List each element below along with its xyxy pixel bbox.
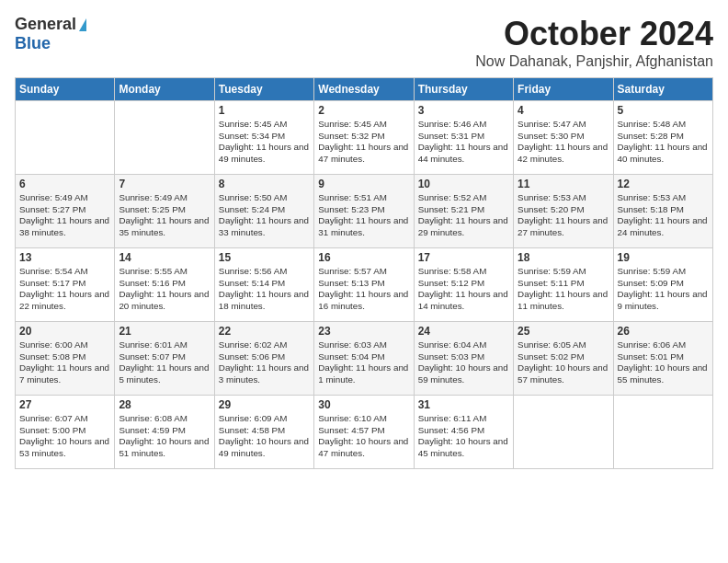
daylight-text: Daylight: 11 hours and 24 minutes. (618, 215, 708, 237)
calendar-cell: 22Sunrise: 6:02 AMSunset: 5:06 PMDayligh… (214, 322, 313, 396)
cell-content: Sunrise: 5:45 AMSunset: 5:34 PMDaylight:… (219, 119, 310, 166)
calendar-cell: 4Sunrise: 5:47 AMSunset: 5:30 PMDaylight… (514, 101, 613, 175)
calendar-week-row: 6Sunrise: 5:49 AMSunset: 5:27 PMDaylight… (16, 175, 713, 248)
day-number: 17 (418, 251, 509, 264)
day-number: 27 (19, 398, 110, 411)
calendar-week-row: 27Sunrise: 6:07 AMSunset: 5:00 PMDayligh… (16, 396, 713, 469)
sunrise-text: Sunrise: 5:47 AM (518, 119, 586, 129)
cell-content: Sunrise: 6:06 AMSunset: 5:01 PMDaylight:… (618, 339, 709, 386)
sunrise-text: Sunrise: 6:08 AM (119, 413, 188, 423)
cell-content: Sunrise: 5:51 AMSunset: 5:23 PMDaylight:… (318, 192, 409, 239)
cell-content: Sunrise: 6:03 AMSunset: 5:04 PMDaylight:… (318, 339, 409, 386)
calendar-cell: 8Sunrise: 5:50 AMSunset: 5:24 PMDaylight… (214, 175, 313, 248)
day-number: 13 (19, 251, 110, 264)
day-number: 2 (318, 104, 409, 117)
sunrise-text: Sunrise: 6:06 AM (618, 339, 687, 350)
daylight-text: Daylight: 11 hours and 29 minutes. (418, 215, 508, 237)
sunrise-text: Sunrise: 5:46 AM (418, 119, 487, 129)
day-number: 24 (418, 325, 509, 338)
calendar-cell (514, 396, 613, 469)
day-number: 25 (518, 325, 609, 338)
day-number: 18 (518, 251, 609, 264)
day-number: 26 (618, 325, 709, 338)
day-number: 12 (618, 178, 709, 190)
calendar-cell: 30Sunrise: 6:10 AMSunset: 4:57 PMDayligh… (314, 396, 414, 469)
day-number: 31 (418, 398, 509, 411)
sunrise-text: Sunrise: 6:00 AM (19, 339, 88, 350)
calendar-cell: 7Sunrise: 5:49 AMSunset: 5:25 PMDaylight… (115, 175, 214, 248)
day-number: 14 (119, 251, 210, 264)
sunrise-text: Sunrise: 6:11 AM (418, 413, 487, 423)
calendar-cell: 17Sunrise: 5:58 AMSunset: 5:12 PMDayligh… (414, 248, 513, 322)
cell-content: Sunrise: 5:57 AMSunset: 5:13 PMDaylight:… (318, 266, 409, 313)
day-number: 3 (418, 104, 509, 117)
daylight-text: Daylight: 11 hours and 38 minutes. (19, 215, 109, 237)
sunset-text: Sunset: 5:20 PM (518, 204, 584, 214)
day-number: 19 (618, 251, 709, 264)
sunrise-text: Sunrise: 6:03 AM (318, 339, 387, 350)
cell-content: Sunrise: 5:48 AMSunset: 5:28 PMDaylight:… (618, 119, 709, 166)
cell-content: Sunrise: 6:09 AMSunset: 4:58 PMDaylight:… (219, 413, 310, 460)
calendar-cell (115, 101, 214, 175)
sunset-text: Sunset: 5:04 PM (318, 351, 384, 362)
sunrise-text: Sunrise: 5:51 AM (318, 192, 387, 202)
sunset-text: Sunset: 5:00 PM (19, 425, 85, 435)
day-number: 9 (318, 178, 409, 190)
weekday-header-friday: Friday (514, 78, 613, 101)
calendar-cell: 11Sunrise: 5:53 AMSunset: 5:20 PMDayligh… (514, 175, 613, 248)
calendar-week-row: 13Sunrise: 5:54 AMSunset: 5:17 PMDayligh… (16, 248, 713, 322)
sunrise-text: Sunrise: 6:04 AM (418, 339, 487, 350)
day-number: 29 (219, 398, 310, 411)
sunrise-text: Sunrise: 6:05 AM (518, 339, 586, 350)
cell-content: Sunrise: 5:49 AMSunset: 5:27 PMDaylight:… (19, 192, 110, 239)
day-number: 7 (119, 178, 210, 190)
sunrise-text: Sunrise: 5:56 AM (219, 266, 288, 276)
cell-content: Sunrise: 5:58 AMSunset: 5:12 PMDaylight:… (418, 266, 509, 313)
sunrise-text: Sunrise: 5:54 AM (19, 266, 88, 276)
sunset-text: Sunset: 5:09 PM (618, 278, 684, 288)
cell-content: Sunrise: 5:46 AMSunset: 5:31 PMDaylight:… (418, 119, 509, 166)
sunset-text: Sunset: 4:59 PM (119, 425, 185, 435)
calendar-cell: 15Sunrise: 5:56 AMSunset: 5:14 PMDayligh… (214, 248, 313, 322)
sunrise-text: Sunrise: 5:49 AM (19, 192, 88, 202)
sunrise-text: Sunrise: 5:58 AM (418, 266, 487, 276)
sunrise-text: Sunrise: 5:53 AM (618, 192, 687, 202)
sunset-text: Sunset: 5:18 PM (618, 204, 684, 214)
calendar-cell: 12Sunrise: 5:53 AMSunset: 5:18 PMDayligh… (613, 175, 712, 248)
sunset-text: Sunset: 5:03 PM (418, 351, 484, 362)
daylight-text: Daylight: 10 hours and 55 minutes. (618, 362, 708, 385)
day-number: 22 (219, 325, 310, 338)
title-block: October 2024 Now Dahanak, Panjshir, Afgh… (475, 15, 713, 70)
sunset-text: Sunset: 5:25 PM (119, 204, 185, 214)
cell-content: Sunrise: 5:56 AMSunset: 5:14 PMDaylight:… (219, 266, 310, 313)
daylight-text: Daylight: 11 hours and 18 minutes. (219, 289, 309, 311)
weekday-header-tuesday: Tuesday (214, 78, 313, 101)
cell-content: Sunrise: 5:47 AMSunset: 5:30 PMDaylight:… (518, 119, 609, 166)
day-number: 16 (318, 251, 409, 264)
daylight-text: Daylight: 11 hours and 22 minutes. (19, 289, 109, 311)
cell-content: Sunrise: 5:59 AMSunset: 5:11 PMDaylight:… (518, 266, 609, 313)
day-number: 8 (219, 178, 310, 190)
sunrise-text: Sunrise: 6:07 AM (19, 413, 88, 423)
sunset-text: Sunset: 5:01 PM (618, 351, 684, 362)
sunrise-text: Sunrise: 5:50 AM (219, 192, 288, 202)
cell-content: Sunrise: 6:00 AMSunset: 5:08 PMDaylight:… (19, 339, 110, 386)
daylight-text: Daylight: 11 hours and 49 minutes. (219, 142, 309, 164)
cell-content: Sunrise: 5:59 AMSunset: 5:09 PMDaylight:… (618, 266, 709, 313)
sunset-text: Sunset: 5:14 PM (219, 278, 285, 288)
sunset-text: Sunset: 5:30 PM (518, 131, 584, 141)
calendar-cell: 5Sunrise: 5:48 AMSunset: 5:28 PMDaylight… (613, 101, 712, 175)
calendar-cell: 9Sunrise: 5:51 AMSunset: 5:23 PMDaylight… (314, 175, 414, 248)
daylight-text: Daylight: 11 hours and 27 minutes. (518, 215, 608, 237)
sunrise-text: Sunrise: 5:45 AM (318, 119, 387, 129)
sunrise-text: Sunrise: 5:53 AM (518, 192, 586, 202)
day-number: 10 (418, 178, 509, 190)
calendar-cell (613, 396, 712, 469)
calendar-cell: 26Sunrise: 6:06 AMSunset: 5:01 PMDayligh… (613, 322, 712, 396)
sunset-text: Sunset: 5:07 PM (119, 351, 185, 362)
calendar-cell: 28Sunrise: 6:08 AMSunset: 4:59 PMDayligh… (115, 396, 214, 469)
calendar-cell: 23Sunrise: 6:03 AMSunset: 5:04 PMDayligh… (314, 322, 414, 396)
calendar-cell: 10Sunrise: 5:52 AMSunset: 5:21 PMDayligh… (414, 175, 513, 248)
sunset-text: Sunset: 5:32 PM (318, 131, 384, 141)
daylight-text: Daylight: 10 hours and 49 minutes. (219, 436, 309, 458)
